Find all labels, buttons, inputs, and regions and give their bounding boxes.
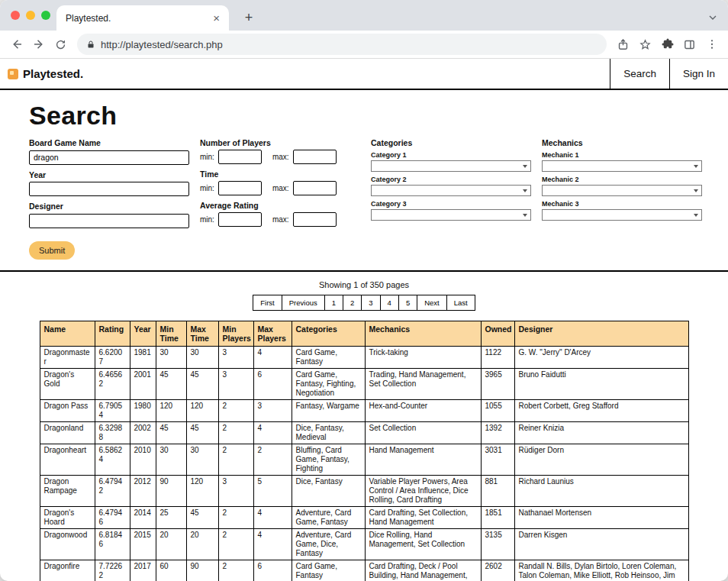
window-controls: [11, 11, 50, 20]
table-cell: Card Game, Fantasy: [292, 347, 365, 369]
nav-sign-in-link[interactable]: Sign In: [669, 59, 728, 89]
pagination-previous[interactable]: Previous: [282, 295, 325, 311]
bookmark-star-icon[interactable]: [635, 34, 656, 55]
pagination-2[interactable]: 2: [343, 295, 362, 311]
table-cell: 2: [253, 444, 292, 476]
table-cell: 6.58624: [95, 444, 130, 476]
brand-name: Playtested.: [23, 67, 83, 80]
designer-group: Designer: [29, 202, 189, 228]
average-rating-min-input[interactable]: [218, 212, 262, 227]
time-min-input[interactable]: [218, 181, 262, 195]
table-cell: 6.32988: [95, 422, 130, 444]
pagination: FirstPrevious12345NextLast: [0, 295, 728, 311]
site-nav: Search Sign In: [610, 59, 728, 89]
table-cell: 30: [186, 444, 218, 476]
mechanic-1-select[interactable]: [542, 160, 702, 172]
nav-search-link[interactable]: Search: [610, 59, 669, 89]
table-cell: 1851: [481, 507, 514, 529]
table-cell: 2012: [130, 476, 156, 507]
side-panel-icon[interactable]: [679, 34, 700, 55]
tab-close-icon[interactable]: ×: [213, 12, 220, 24]
pagination-4[interactable]: 4: [380, 295, 399, 311]
maximize-window-button[interactable]: [41, 11, 50, 20]
table-cell: 1392: [481, 422, 514, 444]
table-cell: 4: [253, 507, 292, 529]
mechanic-1-label: Mechanic 1: [542, 151, 702, 159]
section-divider: [0, 270, 728, 272]
table-cell: 2017: [130, 560, 156, 581]
year-input[interactable]: [29, 182, 189, 196]
browser-tab-strip: Playtested. × +: [0, 0, 728, 31]
number-of-players-group: Number of Playersmin:max:: [200, 138, 360, 164]
share-icon[interactable]: [613, 34, 633, 55]
search-section: Search Board Game NameYearDesigner Numbe…: [0, 90, 728, 270]
average-rating-max-input[interactable]: [293, 212, 337, 227]
pagination-last[interactable]: Last: [446, 295, 475, 311]
submit-button[interactable]: Submit: [29, 241, 75, 260]
board-game-name-input[interactable]: [29, 150, 189, 165]
table-cell: Randall N. Bills, Dylan Birtolo, Loren C…: [514, 560, 688, 581]
number-of-players-max-input[interactable]: [293, 150, 337, 164]
column-header-year: Year: [130, 321, 156, 347]
column-header-mechanics: Mechanics: [365, 321, 481, 347]
table-cell: 2010: [130, 444, 156, 476]
category-2-label: Category 2: [371, 176, 531, 183]
table-cell: 4: [253, 422, 292, 444]
table-cell: 30: [156, 347, 186, 369]
table-cell: 3: [218, 347, 253, 369]
mechanic-2-select[interactable]: [542, 185, 702, 196]
number-of-players-row: min:max:: [200, 150, 360, 164]
pagination-3[interactable]: 3: [361, 295, 380, 311]
table-row: Dragonland6.329882002454524Dice, Fantasy…: [40, 422, 688, 444]
column-header-rating: Rating: [95, 321, 130, 347]
table-cell: 4: [253, 529, 292, 560]
close-window-button[interactable]: [11, 11, 20, 20]
minimize-window-button[interactable]: [26, 11, 35, 20]
time-label: Time: [200, 169, 360, 179]
pagination-next[interactable]: Next: [417, 295, 447, 311]
extensions-puzzle-icon[interactable]: [657, 34, 678, 55]
number-of-players-min-input[interactable]: [218, 150, 262, 164]
table-cell: 90: [156, 476, 186, 507]
column-header-max-time: Max Time: [186, 321, 218, 347]
table-cell: Bluffing, Card Game, Fantasy, Fighting: [292, 444, 365, 476]
table-cell: Variable Player Powers, Area Control / A…: [365, 476, 481, 507]
refresh-icon[interactable]: [50, 34, 71, 55]
table-cell: 6.81846: [95, 529, 130, 560]
table-cell: 45: [186, 422, 218, 444]
table-cell: 1122: [481, 347, 514, 369]
table-cell: 2: [218, 507, 253, 529]
table-cell: Dragon's Gold: [40, 369, 95, 400]
table-header-row: NameRatingYearMin TimeMax TimeMin Player…: [40, 321, 688, 347]
back-icon[interactable]: [6, 34, 27, 55]
table-cell: 6.62007: [95, 347, 130, 369]
tab-search-chevron-icon[interactable]: [707, 11, 719, 24]
category-2-select[interactable]: [371, 185, 531, 196]
table-cell: Dragonheart: [40, 444, 95, 476]
url-bar[interactable]: http://playtested/search.php: [77, 34, 607, 55]
designer-input[interactable]: [29, 214, 189, 228]
mechanic-3-select[interactable]: [542, 209, 702, 221]
pagination-5[interactable]: 5: [398, 295, 417, 311]
average-rating-max-label: max:: [272, 215, 289, 224]
brand[interactable]: Playtested.: [0, 59, 83, 89]
category-1-select[interactable]: [371, 160, 531, 172]
table-cell: 2: [218, 444, 253, 476]
category-3-select[interactable]: [371, 209, 531, 221]
table-cell: Dragon's Hoard: [40, 507, 95, 529]
menu-dots-icon[interactable]: [701, 34, 722, 55]
average-rating-label: Average Rating: [200, 201, 360, 210]
table-cell: 2015: [130, 529, 156, 560]
table-cell: Richard Launius: [514, 476, 688, 507]
search-form: Board Game NameYearDesigner Number of Pl…: [29, 138, 699, 234]
column-header-min-players: Min Players: [218, 321, 253, 347]
new-tab-button[interactable]: +: [240, 8, 258, 27]
time-max-input[interactable]: [293, 181, 337, 195]
browser-tab[interactable]: Playtested. ×: [56, 5, 229, 31]
forward-icon[interactable]: [28, 34, 49, 55]
table-cell: 3: [253, 400, 292, 422]
column-header-owned: Owned: [481, 321, 514, 347]
pagination-1[interactable]: 1: [324, 295, 343, 311]
pagination-first[interactable]: First: [253, 295, 282, 311]
table-cell: 3135: [481, 529, 514, 560]
